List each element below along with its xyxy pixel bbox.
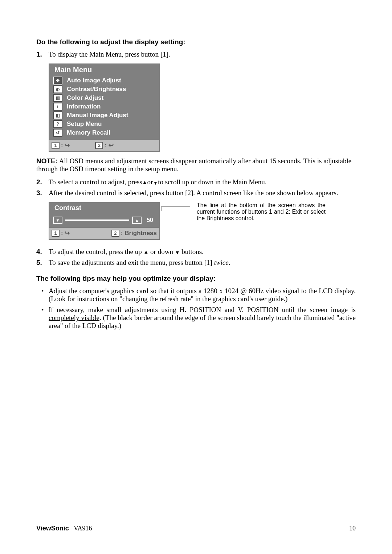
step-2: 2. To select a control to adjust, press▲… — [36, 178, 356, 186]
osd-item-memory-recall: ↺ Memory Recall — [53, 128, 155, 137]
osd-contrast: Contrast ▼ ▲ 50 1 : ↪ 2 : Brightness — [49, 202, 160, 240]
osd-item-label: Contrast/Brightness — [67, 86, 126, 93]
osd-foot-2-sym: : ↩ — [105, 141, 113, 149]
t: buttons. — [180, 248, 204, 255]
step-text: To select a control to adjust, press▲or▼… — [49, 178, 356, 186]
step-text: To display the Main Menu, press button [… — [49, 50, 356, 58]
t: or — [147, 178, 153, 186]
slider-track — [65, 219, 129, 221]
osd-footer: 1 : ↪ 2 : ↩ — [49, 139, 159, 151]
bullet-icon: • — [36, 287, 49, 303]
callout-text: The line at the bottom of the screen sho… — [197, 202, 326, 222]
section-heading-tips: The following tips may help you optimize… — [36, 275, 356, 283]
osd-item-auto-image-adjust: ✥ Auto Image Adjust — [53, 76, 155, 85]
triangle-up-icon: ▲ — [143, 249, 148, 255]
t: or down — [148, 248, 175, 255]
bullet-icon: • — [36, 306, 49, 330]
osd-item-label: Manual Image Adjust — [67, 112, 128, 119]
osd-foot-1-sym: : ↪ — [61, 141, 70, 149]
step-number: 1. — [36, 50, 49, 58]
osd-item-label: Memory Recall — [67, 129, 110, 136]
osd-foot-1: 1 : ↪ — [52, 141, 70, 149]
step-number: 3. — [36, 189, 49, 197]
osd-item-label: Auto Image Adjust — [67, 77, 121, 84]
triangle-down-icon: ▼ — [175, 250, 180, 255]
t: To adjust the control, press the up — [49, 248, 143, 255]
osd-item-label: Color Adjust — [67, 94, 103, 102]
osd-item-icon: ◧ — [53, 111, 62, 119]
step-1: 1. To display the Main Menu, press butto… — [36, 50, 356, 58]
osd-item-icon: ▥ — [53, 94, 62, 102]
osd-item-icon: ◐ — [53, 85, 62, 93]
t: To select a control to adjust, press — [49, 178, 142, 186]
key-1-icon: 1 — [52, 230, 60, 237]
osd-contrast-title: Contrast — [49, 203, 159, 214]
footer-left: ViewSonic VA916 — [36, 525, 92, 532]
page: Do the following to adjust the display s… — [0, 0, 392, 554]
emph-twice: twice — [214, 259, 229, 266]
osd-foot-2-label: : Brightness — [121, 230, 157, 237]
osd-item-setup-menu: ? Setup Menu — [53, 120, 155, 128]
step-3: 3. After the desired control is selected… — [36, 189, 356, 197]
step-text: To adjust the control, press the up ▲ or… — [49, 248, 356, 256]
osd-title: Main Menu — [49, 64, 159, 76]
key-2-icon: 2 — [111, 230, 119, 237]
t: If necessary, make small adjustments usi… — [49, 306, 356, 313]
osd-menu-list: ✥ Auto Image Adjust ◐ Contrast/Brightnes… — [49, 76, 159, 139]
osd-main-menu: Main Menu ✥ Auto Image Adjust ◐ Contrast… — [49, 63, 160, 152]
step-text: After the desired control is selected, p… — [49, 189, 356, 197]
t: To save the adjustments and exit the men… — [49, 259, 214, 266]
note-text: All OSD menus and adjustment screens dis… — [36, 157, 351, 173]
triangle-up-icon: ▲ — [142, 180, 147, 185]
note: NOTE: All OSD menus and adjustment scree… — [36, 157, 356, 173]
tip-text: If necessary, make small adjustments usi… — [49, 306, 356, 330]
callout-leader-line — [161, 206, 190, 211]
step-text: To save the adjustments and exit the men… — [49, 259, 356, 267]
triangle-down-icon: ▼ — [53, 217, 62, 224]
osd-item-manual-image-adjust: ◧ Manual Image Adjust — [53, 111, 155, 120]
page-footer: ViewSonic VA916 10 — [36, 525, 356, 532]
step-number: 4. — [36, 248, 49, 256]
triangle-down-icon: ▼ — [153, 180, 158, 186]
step-number: 5. — [36, 259, 49, 267]
osd-item-icon: ✥ — [53, 77, 62, 85]
note-label: NOTE: — [36, 157, 58, 165]
step-number: 2. — [36, 178, 49, 186]
section-heading-adjust: Do the following to adjust the display s… — [36, 38, 356, 46]
tip-text: Adjust the computer's graphics card so t… — [49, 287, 356, 303]
t: . — [229, 259, 230, 266]
t: to scroll up or down in the Main Menu. — [158, 178, 266, 186]
osd-item-icon: ↺ — [53, 129, 62, 137]
osd-item-icon: i — [53, 103, 62, 111]
step-5: 5. To save the adjustments and exit the … — [36, 259, 356, 267]
footer-model: VA916 — [74, 525, 92, 532]
osd-contrast-footer: 1 : ↪ 2 : Brightness — [49, 227, 159, 239]
osd-foot-2: 2 : ↩ — [95, 141, 113, 149]
footer-brand: ViewSonic — [36, 525, 69, 532]
osd-item-contrast-brightness: ◐ Contrast/Brightness — [53, 85, 155, 94]
tip-2: • If necessary, make small adjustments u… — [36, 306, 356, 330]
osd-item-label: Setup Menu — [67, 120, 102, 128]
slider-value: 50 — [144, 216, 155, 224]
footer-page-number: 10 — [349, 525, 356, 532]
osd-item-label: Information — [67, 103, 101, 110]
step-4: 4. To adjust the control, press the up ▲… — [36, 248, 356, 256]
osd-foot-2: 2 : Brightness — [111, 229, 157, 237]
triangle-up-icon: ▲ — [132, 217, 142, 224]
osd-item-icon: ? — [53, 120, 62, 128]
key-1-icon: 1 — [52, 142, 60, 149]
underline-text: completely visible — [49, 314, 99, 321]
key-2-icon: 2 — [95, 142, 103, 149]
osd-item-information: i Information — [53, 102, 155, 111]
tip-1: • Adjust the computer's graphics card so… — [36, 287, 356, 303]
osd-foot-1: 1 : ↪ — [52, 229, 70, 237]
osd-contrast-group: Contrast ▼ ▲ 50 1 : ↪ 2 : Brightness The… — [49, 202, 356, 240]
osd-slider: ▼ ▲ 50 — [49, 214, 159, 227]
osd-foot-1-sym: : ↪ — [61, 229, 70, 237]
osd-item-color-adjust: ▥ Color Adjust — [53, 94, 155, 102]
